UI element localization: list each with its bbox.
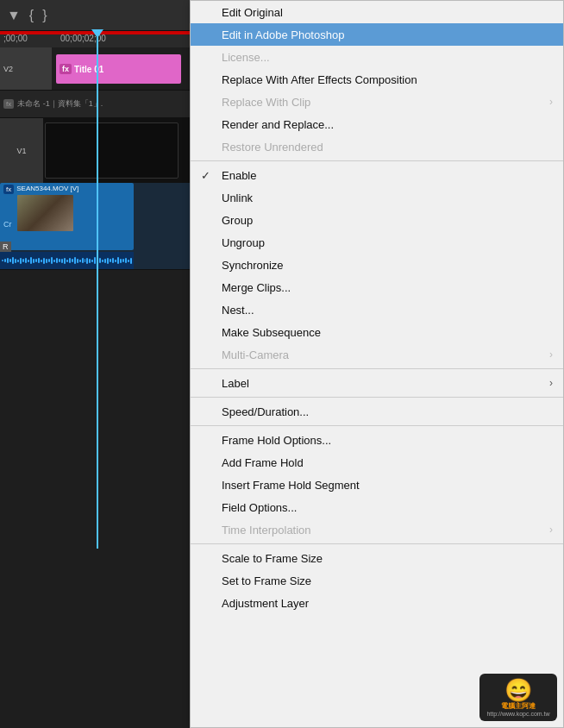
wave-bar: [66, 260, 68, 262]
menu-item-label: Multi-Camera: [222, 348, 289, 361]
menu-item-field-options[interactable]: Field Options...: [191, 496, 563, 518]
menu-item-adjustment-layer[interactable]: Adjustment Layer: [191, 592, 563, 614]
unnamed-clip-row: fx 未命名 -1｜資料集「1」.: [0, 91, 190, 118]
wave-bar: [22, 259, 24, 262]
menu-item-label: Group: [222, 214, 253, 227]
title-clip[interactable]: fx Title 01: [56, 54, 181, 84]
menu-item-scale-to-frame[interactable]: Scale to Frame Size: [191, 547, 563, 569]
menu-item-label: Make Subsequence: [222, 326, 321, 339]
track-v2-label: V2: [3, 65, 13, 73]
black-clip[interactable]: [45, 122, 179, 179]
wave-bar: [2, 260, 3, 261]
menu-item-synchronize[interactable]: Synchronize: [191, 254, 563, 276]
wave-bar: [56, 258, 58, 263]
down-arrow-icon: ▼: [7, 8, 21, 23]
menu-item-insert-frame-hold[interactable]: Insert Frame Hold Segment: [191, 474, 563, 496]
menu-item-label: Synchronize: [222, 259, 284, 272]
menu-item-label: Nest...: [222, 304, 254, 317]
wave-bar: [51, 257, 53, 264]
track-icon-bar: ▼ { }: [0, 0, 190, 30]
sean-caption-label: Cr: [3, 220, 12, 229]
menu-item-label: Unlink: [222, 191, 253, 204]
menu-item-add-frame-hold[interactable]: Add Frame Hold: [191, 451, 563, 474]
wave-bar: [20, 258, 22, 264]
menu-item-render-replace[interactable]: Render and Replace...: [191, 113, 563, 135]
watermark-face: 😄: [504, 679, 532, 701]
in-point-icon: {: [29, 8, 34, 23]
wave-bar: [125, 258, 127, 263]
playhead-arrow: [91, 29, 103, 38]
unnamed-fx-badge: fx: [3, 99, 14, 109]
wave-bar: [25, 258, 27, 263]
wave-bar: [115, 260, 116, 262]
track-v1-label: V1: [16, 147, 26, 155]
menu-item-label[interactable]: Label›: [191, 372, 563, 394]
menu-item-label: Replace With After Effects Composition: [222, 73, 417, 86]
menu-item-make-subsequence[interactable]: Make Subsequence: [191, 321, 563, 343]
sean-clip-row: fx SEAN5344.MOV [V] Cr R: [0, 183, 190, 269]
submenu-arrow-icon: ›: [549, 377, 553, 389]
menu-item-group[interactable]: Group: [191, 209, 563, 231]
menu-separator: [191, 425, 563, 426]
menu-item-edit-original[interactable]: Edit Original: [191, 1, 563, 23]
menu-item-frame-hold-options[interactable]: Frame Hold Options...: [191, 429, 563, 451]
track-v2: V2 fx Title 01: [0, 47, 190, 91]
wave-bar: [117, 257, 119, 264]
menu-item-label: Time Interpolation: [222, 524, 311, 537]
menu-separator: [191, 397, 563, 398]
menu-item-label: Replace With Clip: [222, 96, 310, 109]
audio-wave: [0, 252, 134, 269]
menu-item-license: License...: [191, 46, 563, 68]
wave-bar: [82, 258, 84, 263]
submenu-arrow-icon: ›: [549, 348, 553, 361]
wave-bar: [72, 259, 73, 262]
menu-item-speed-duration[interactable]: Speed/Duration...: [191, 400, 563, 423]
menu-item-enable[interactable]: ✓Enable: [191, 164, 563, 186]
menu-item-label: Add Frame Hold: [222, 456, 304, 469]
menu-item-ungroup[interactable]: Ungroup: [191, 231, 563, 254]
wave-bar: [104, 259, 106, 263]
wave-bar: [12, 257, 14, 264]
menu-item-merge-clips[interactable]: Merge Clips...: [191, 276, 563, 298]
menu-item-replace-after-effects[interactable]: Replace With After Effects Composition: [191, 68, 563, 91]
timeline-ruler: ;00;00 00;00;02;00: [0, 30, 190, 47]
watermark: 😄 電腦主阿達 http://www.kopc.com.tw: [479, 674, 557, 721]
wave-bar: [15, 259, 16, 263]
wave-bar: [7, 258, 9, 263]
menu-item-unlink[interactable]: Unlink: [191, 186, 563, 209]
time-start: ;00;00: [3, 34, 28, 43]
submenu-arrow-icon: ›: [549, 96, 553, 108]
menu-item-set-to-frame[interactable]: Set to Frame Size: [191, 569, 563, 592]
context-menu: Edit OriginalEdit in Adobe PhotoshopLice…: [190, 0, 564, 728]
track-v2-header: V2: [0, 47, 52, 90]
wave-bar: [91, 260, 93, 262]
menu-item-restore-unrendered: Restore Unrendered: [191, 135, 563, 158]
menu-item-label: Speed/Duration...: [222, 405, 309, 418]
wave-bar: [112, 258, 114, 263]
wave-bar: [64, 258, 66, 264]
menu-separator: [191, 543, 563, 544]
menu-item-label: Ungroup: [222, 236, 265, 249]
wave-bar: [28, 260, 29, 262]
wave-bar: [79, 260, 81, 262]
sean-fx-badge: fx: [3, 185, 14, 194]
sean-clip[interactable]: fx SEAN5344.MOV [V] Cr: [0, 183, 134, 250]
wave-bar: [4, 259, 6, 262]
timeline-panel: ▼ { } ;00;00 00;00;02;00 V2 fx Title 01 …: [0, 0, 190, 728]
watermark-url: http://www.kopc.com.tw: [486, 711, 549, 717]
wave-bar: [74, 257, 76, 264]
menu-item-label: Merge Clips...: [222, 281, 291, 294]
wave-bar: [59, 259, 60, 262]
menu-item-edit-photoshop[interactable]: Edit in Adobe Photoshop: [191, 23, 563, 46]
wave-bar: [86, 258, 88, 264]
playhead[interactable]: [97, 31, 98, 549]
out-point-icon: }: [42, 8, 47, 23]
menu-item-label: Adjustment Layer: [222, 597, 309, 610]
menu-item-label: Enable: [222, 169, 256, 182]
timeline-bottom: [0, 269, 190, 442]
wave-bar: [128, 260, 129, 262]
wave-bar: [130, 258, 132, 264]
menu-item-label: Insert Frame Hold Segment: [222, 479, 360, 492]
menu-item-nest[interactable]: Nest...: [191, 298, 563, 321]
wave-bar: [89, 259, 91, 263]
